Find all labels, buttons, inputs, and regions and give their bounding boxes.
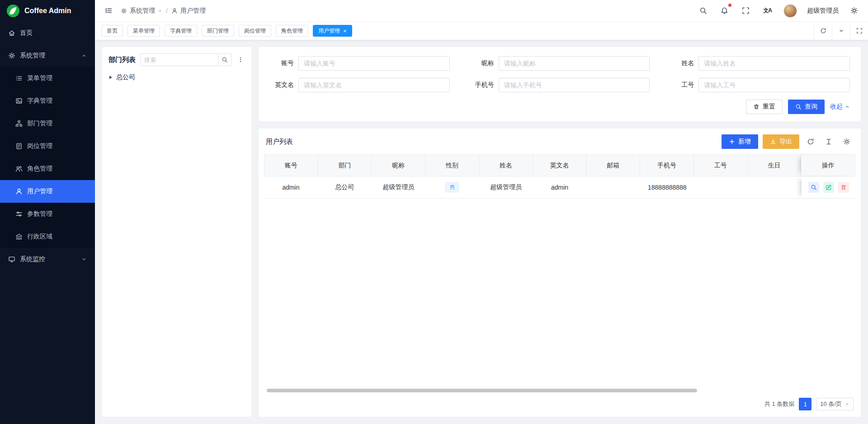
sidebar-item-label: 行政区域 xyxy=(27,233,52,241)
refresh-tab-button[interactable] xyxy=(814,22,832,40)
sidebar-item-post-management[interactable]: 岗位管理 xyxy=(0,135,95,157)
page-size-select[interactable]: 10 条/页 xyxy=(816,398,854,410)
tree-node-head-office[interactable]: 总公司 xyxy=(108,73,245,81)
tab-dict-management[interactable]: 字典管理 xyxy=(165,25,197,37)
refresh-icon xyxy=(820,28,826,34)
tab-user-management[interactable]: 用户管理 × xyxy=(313,25,352,37)
settings-button[interactable] xyxy=(849,5,860,16)
column-header-nickname: 昵称 xyxy=(372,155,425,176)
filter-fields: 账号 昵称 姓名 英文名 xyxy=(269,56,850,92)
tab-menu-management[interactable]: 菜单管理 xyxy=(127,25,160,37)
breadcrumb: 系统管理 / 用户管理 xyxy=(121,7,206,15)
account-input[interactable] xyxy=(298,56,450,71)
sidebar-item-menu-management[interactable]: 菜单管理 xyxy=(0,67,95,90)
department-search-input[interactable] xyxy=(140,53,218,66)
collapse-sidebar-button[interactable] xyxy=(103,5,114,16)
sliders-icon xyxy=(15,210,23,218)
user-list-toolbar: 用户列表 新增 导出 xyxy=(264,129,855,154)
global-search-button[interactable] xyxy=(698,5,709,16)
add-user-button[interactable]: 新增 xyxy=(722,134,758,149)
topbar-actions: 文A 超级管理员 xyxy=(698,4,860,18)
row-height-button[interactable] xyxy=(822,135,835,148)
name-input[interactable] xyxy=(698,56,850,71)
cell-name: 超级管理员 xyxy=(479,176,533,198)
field-nickname: 昵称 xyxy=(470,56,650,71)
tab-options-button[interactable] xyxy=(832,22,850,40)
tab-post-management[interactable]: 岗位管理 xyxy=(239,25,271,37)
current-user-name[interactable]: 超级管理员 xyxy=(807,7,839,15)
bank-icon xyxy=(15,233,23,240)
cell-actions xyxy=(802,176,855,198)
column-header-birthday: 生日 xyxy=(748,155,802,176)
app-title: Coffee Admin xyxy=(24,7,71,15)
menu-fold-icon xyxy=(105,7,113,14)
chevron-up-icon xyxy=(81,53,87,58)
cell-department: 总公司 xyxy=(318,176,372,198)
column-header-department: 部门 xyxy=(318,155,372,176)
pagination-bar: 共 1 条数据 1 10 条/页 xyxy=(264,396,855,414)
id-badge-icon xyxy=(15,143,23,150)
tab-dept-management[interactable]: 部门管理 xyxy=(202,25,234,37)
close-tab-icon[interactable]: × xyxy=(343,28,347,34)
export-button[interactable]: 导出 xyxy=(763,134,799,149)
fullscreen-button[interactable] xyxy=(740,5,751,16)
chevron-up-icon xyxy=(844,104,850,110)
column-settings-button[interactable] xyxy=(840,135,854,148)
breadcrumb-system-management[interactable]: 系统管理 xyxy=(121,7,162,15)
sidebar-item-param-management[interactable]: 参数管理 xyxy=(0,203,95,225)
sidebar-item-dept-management[interactable]: 部门管理 xyxy=(0,112,95,135)
cell-account: admin xyxy=(264,176,318,198)
sidebar-item-user-management[interactable]: 用户管理 xyxy=(0,180,95,203)
english-name-input[interactable] xyxy=(298,78,450,92)
gender-tag: 男 xyxy=(445,182,459,192)
field-account: 账号 xyxy=(269,56,450,71)
translate-icon: 文A xyxy=(763,7,772,14)
search-icon xyxy=(699,7,707,14)
home-icon xyxy=(8,29,15,37)
maximize-content-button[interactable] xyxy=(850,22,868,40)
job-no-input[interactable] xyxy=(698,78,850,92)
search-icon xyxy=(222,57,228,63)
sidebar: Coffee Admin 首页 系统管理 菜单管理 字典管理 xyxy=(0,0,95,424)
nickname-input[interactable] xyxy=(499,56,650,71)
caret-right-icon[interactable] xyxy=(109,76,112,79)
sidebar-item-system-monitor[interactable]: 系统监控 xyxy=(0,248,95,271)
field-label: 手机号 xyxy=(470,81,499,89)
field-label: 姓名 xyxy=(670,59,698,67)
user-icon xyxy=(15,188,23,195)
edit-user-button[interactable] xyxy=(823,182,834,193)
sidebar-item-role-management[interactable]: 角色管理 xyxy=(0,157,95,180)
page-number-button[interactable]: 1 xyxy=(799,398,811,410)
sidebar-item-admin-region[interactable]: 行政区域 xyxy=(0,225,95,248)
department-tree: 总公司 xyxy=(108,73,245,81)
department-more-button[interactable] xyxy=(236,53,245,66)
field-english-name: 英文名 xyxy=(269,78,450,92)
breadcrumb-user-management[interactable]: 用户管理 xyxy=(171,7,206,15)
user-list-card: 用户列表 新增 导出 xyxy=(259,129,861,417)
table-header-row: 账号 部门 昵称 性别 姓名 英文名 邮箱 手机号 工号 生日 操作 xyxy=(264,154,855,176)
download-icon xyxy=(770,138,776,145)
notifications-button[interactable] xyxy=(719,5,730,16)
collapse-filter-link[interactable]: 收起 xyxy=(830,103,850,111)
sidebar-item-home[interactable]: 首页 xyxy=(0,22,95,44)
language-switch-button[interactable]: 文A xyxy=(761,5,774,16)
field-phone: 手机号 xyxy=(470,78,650,92)
delete-user-button[interactable] xyxy=(838,182,849,193)
phone-input[interactable] xyxy=(499,78,650,92)
user-icon xyxy=(171,8,178,14)
bell-icon xyxy=(721,7,728,14)
horizontal-scrollbar-thumb[interactable] xyxy=(267,389,697,392)
sidebar-item-dict-management[interactable]: 字典管理 xyxy=(0,90,95,112)
image-icon xyxy=(15,97,23,105)
total-records-text: 共 1 条数据 xyxy=(764,400,794,408)
reset-button[interactable]: 重置 xyxy=(746,100,783,114)
query-button[interactable]: 查询 xyxy=(788,100,825,114)
refresh-list-button[interactable] xyxy=(804,135,817,148)
view-user-button[interactable] xyxy=(808,182,819,193)
department-search-button[interactable] xyxy=(218,53,231,66)
tab-role-management[interactable]: 角色管理 xyxy=(276,25,308,37)
avatar[interactable] xyxy=(783,4,797,18)
tab-home[interactable]: 首页 xyxy=(101,25,123,37)
top-header: 系统管理 / 用户管理 xyxy=(95,0,868,22)
sidebar-item-system-management[interactable]: 系统管理 xyxy=(0,44,95,67)
